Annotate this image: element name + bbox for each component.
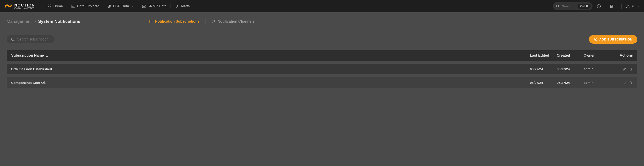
svg-rect-3 (48, 6, 49, 8)
breadcrumb: Management > System Notifications (7, 19, 80, 24)
sliders-icon (609, 4, 614, 8)
search-icon (11, 37, 15, 42)
svg-rect-16 (150, 20, 152, 23)
topbar: NOCTION FLOW ANALYZER Home Data Explorer… (0, 0, 644, 12)
subscriptions-table: Subscription Name ▲ Last Edited Created … (7, 50, 637, 88)
breadcrumb-separator: > (33, 19, 37, 24)
list-toolbar: ADD SUBSCRIPTION (7, 35, 637, 44)
global-search[interactable]: Ctrl K (553, 2, 592, 10)
global-search-input[interactable] (562, 4, 575, 8)
cell-actions (616, 81, 633, 84)
svg-point-12 (610, 6, 611, 7)
nav-data-explorer-label: Data Explorer (77, 4, 99, 8)
column-header-last-edited[interactable]: Last Edited (530, 54, 557, 58)
nav-home-label: Home (53, 4, 63, 8)
separator (605, 4, 605, 9)
user-menu[interactable]: FL (626, 4, 640, 8)
cell-name: Components Start Ok (11, 81, 530, 84)
user-initials: FL (632, 4, 636, 8)
settings-menu[interactable] (609, 4, 617, 8)
svg-point-10 (556, 5, 559, 7)
column-header-created[interactable]: Created (557, 54, 584, 58)
edit-icon[interactable] (622, 81, 626, 84)
add-subscription-button[interactable]: ADD SUBSCRIPTION (589, 35, 637, 44)
topbar-right: Ctrl K FL (553, 2, 640, 10)
column-header-owner[interactable]: Owner (584, 54, 616, 58)
add-subscription-label: ADD SUBSCRIPTION (599, 38, 632, 41)
breadcrumb-current: System Notifications (38, 19, 80, 24)
nav-snmp-data-label: SNMP Data (148, 4, 166, 8)
nav-home[interactable]: Home (44, 4, 67, 8)
edit-icon[interactable] (622, 67, 626, 71)
logo[interactable]: NOCTION FLOW ANALYZER (4, 2, 35, 10)
tab-notification-subscriptions[interactable]: Notification Subscriptions (143, 20, 206, 24)
brand-name: NOCTION (14, 3, 35, 7)
cell-owner: admin (584, 81, 616, 84)
svg-rect-4 (50, 6, 51, 8)
table-body: BGP Session Established05/27/2405/27/24a… (7, 64, 637, 88)
nav-alerts-label: Alerts (180, 4, 190, 8)
server-icon (142, 4, 146, 8)
tab-channels-label: Notification Channels (218, 20, 254, 24)
cell-actions (616, 67, 633, 71)
search-shortcut: Ctrl K (578, 4, 591, 9)
globe-icon (107, 4, 111, 8)
column-header-actions: Actions (616, 54, 633, 58)
info-icon[interactable] (596, 4, 601, 8)
table-row[interactable]: BGP Session Established05/27/2405/27/24a… (7, 64, 637, 74)
sort-asc-icon: ▲ (46, 54, 48, 57)
search-icon (556, 4, 560, 8)
nav-data-explorer[interactable]: Data Explorer (67, 4, 103, 8)
plus-circle-icon (594, 38, 598, 41)
subscription-search-input[interactable] (17, 37, 50, 42)
nav-snmp-data[interactable]: SNMP Data (138, 4, 170, 8)
tab-subscriptions-label: Notification Subscriptions (155, 20, 200, 24)
cell-created: 05/27/24 (557, 81, 584, 84)
logo-mark-icon (4, 2, 12, 10)
svg-point-13 (611, 5, 612, 6)
chevron-down-icon (637, 5, 640, 8)
cell-last-edited: 05/27/24 (530, 81, 557, 84)
cell-created: 05/27/24 (557, 67, 584, 71)
breadcrumb-row: Management > System Notifications Notifi… (7, 19, 637, 24)
svg-point-15 (627, 5, 629, 6)
nav-bgp-data[interactable]: BGP Data (103, 4, 138, 8)
trash-icon[interactable] (629, 81, 633, 84)
cell-last-edited: 05/27/24 (530, 67, 557, 71)
column-name-label: Subscription Name (11, 54, 44, 57)
clipboard-icon (149, 20, 153, 24)
nav-bgp-data-label: BGP Data (113, 4, 129, 8)
table-header: Subscription Name ▲ Last Edited Created … (7, 50, 637, 61)
chevron-down-icon (615, 5, 617, 8)
breadcrumb-root[interactable]: Management (7, 19, 32, 24)
table-row[interactable]: Components Start Ok05/27/2405/27/24admin (7, 78, 637, 88)
user-icon (626, 4, 630, 8)
page-tabs: Notification Subscriptions Notification … (143, 20, 260, 24)
chevron-down-icon (131, 5, 134, 8)
svg-point-9 (143, 7, 143, 7)
bell-icon (175, 4, 179, 8)
primary-nav: Home Data Explorer BGP Data SNMP Data Al… (44, 4, 194, 8)
column-header-name[interactable]: Subscription Name ▲ (11, 54, 530, 58)
tab-notification-channels[interactable]: Notification Channels (206, 20, 260, 24)
svg-point-18 (12, 38, 14, 40)
cell-name: BGP Session Established (11, 67, 530, 71)
svg-point-14 (612, 6, 613, 6)
trash-icon[interactable] (629, 67, 633, 71)
svg-rect-2 (50, 5, 51, 6)
page-content: Management > System Notifications Notifi… (0, 12, 644, 88)
chart-line-icon (71, 4, 75, 8)
cell-owner: admin (584, 67, 616, 71)
svg-rect-1 (48, 5, 49, 6)
nav-alerts[interactable]: Alerts (170, 4, 194, 8)
message-settings-icon (212, 20, 216, 24)
subscription-search[interactable] (7, 35, 54, 44)
brand-tagline: FLOW ANALYZER (14, 7, 35, 9)
grid-icon (48, 4, 52, 8)
